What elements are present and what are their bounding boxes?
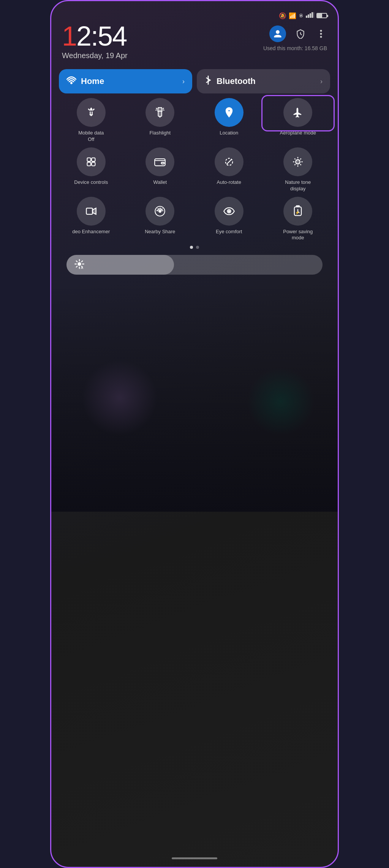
phone-frame: 🔕 📶 ֎ 12:54 [50,0,339,868]
time-rest: 2:54 [76,21,127,51]
shield-icon[interactable] [292,25,309,42]
video-enhance-label: deo Enhancemer [72,229,110,235]
svg-point-41 [77,262,81,266]
device-controls-tile[interactable]: Device controls [59,147,123,192]
eye-comfort-label: Eye comfort [216,229,242,235]
bluetooth-chevron-icon: › [320,77,323,85]
mobile-data-tile[interactable]: Mobile dataOff [59,98,123,143]
wifi-icon: 📶 [289,12,296,19]
nearby-share-label: Nearby Share [145,229,175,235]
wallet-tile[interactable]: Wallet [128,147,193,192]
video-enhance-circle [77,197,106,226]
bottom-glow-left [82,360,158,436]
svg-line-13 [163,108,164,109]
flashlight-label: Flashlight [149,130,171,136]
bluetooth-tile-label: Bluetooth [217,76,316,86]
svg-line-12 [156,108,157,109]
bottom-glow-right [247,367,315,436]
bluetooth-tile[interactable]: Bluetooth › [197,69,330,93]
svg-rect-19 [87,162,90,166]
nearby-share-tile[interactable]: Nearby Share [128,197,193,242]
mute-icon: 🔕 [279,12,286,19]
profile-icons [269,25,327,42]
svg-text:⚡: ⚡ [295,210,300,215]
svg-point-7 [320,36,322,38]
svg-line-30 [300,164,301,165]
home-tile-label: Home [81,76,178,86]
clock-time: 12:54 [62,22,128,50]
flashlight-tile[interactable]: Flashlight [128,98,193,143]
location-label: Location [220,130,238,136]
home-indicator[interactable] [172,857,217,859]
svg-line-31 [300,158,301,159]
nature-tone-label: Nature tonedisplay [285,179,311,192]
svg-line-49 [76,266,77,267]
home-chevron-icon: › [182,77,185,85]
power-saving-circle: ⚡ [283,197,312,226]
mobile-data-circle [77,98,106,127]
auto-rotate-label: Auto-rotate [217,179,241,186]
status-icons: 🔕 📶 ֎ [279,12,327,19]
aeroplane-mode-tile[interactable]: Aeroplane mode [266,98,330,143]
eye-comfort-circle [215,197,244,226]
svg-point-6 [320,33,322,35]
aeroplane-label: Aeroplane mode [280,130,316,136]
svg-rect-33 [86,208,92,214]
svg-line-48 [82,261,83,262]
time-section: 12:54 Wednesday, 19 Apr [51,22,338,66]
nearby-share-circle [145,197,174,226]
more-options-icon[interactable] [315,28,327,40]
svg-text:A: A [81,266,84,269]
home-tile[interactable]: Home › [59,69,192,93]
brightness-slider-container: A [59,255,330,281]
wallet-label: Wallet [153,179,167,186]
eye-comfort-tile[interactable]: Eye comfort [197,197,261,242]
quick-settings: Home › Bluetooth › [51,66,338,284]
nature-tone-circle [283,147,312,176]
location-tile[interactable]: Location [197,98,261,143]
profile-avatar[interactable] [269,25,286,42]
brightness-slider[interactable]: A [66,255,323,275]
dot-2 [196,246,199,249]
signal-bars-icon [306,12,314,19]
video-enhance-tile[interactable]: deo Enhancemer [59,197,123,242]
date-display: Wednesday, 19 Apr [62,51,128,60]
location-circle [215,98,244,127]
status-bar: 🔕 📶 ֎ [51,1,338,22]
profile-section: Used this month: 16.58 GB [263,22,327,51]
svg-line-32 [295,164,296,165]
auto-rotate-tile[interactable]: Auto-rotate [197,147,261,192]
battery-icon [316,13,327,18]
svg-rect-3 [312,12,313,18]
svg-point-24 [296,160,300,164]
svg-rect-10 [158,111,162,117]
svg-rect-18 [92,158,95,161]
device-controls-circle [77,147,106,176]
brightness-icon: A [74,259,85,271]
svg-rect-0 [306,16,307,18]
svg-line-46 [76,261,77,262]
time-hour-tens: 1 [62,21,76,51]
pagination-dots [59,246,330,249]
svg-rect-20 [92,162,95,166]
svg-rect-4 [313,12,314,18]
mobile-data-label: Mobile dataOff [78,130,104,143]
top-tiles-row: Home › Bluetooth › [59,69,330,93]
svg-line-14 [156,110,157,110]
svg-point-35 [159,210,161,212]
device-controls-label: Device controls [74,179,108,186]
tiles-grid: Mobile dataOff Flashlight [59,98,330,241]
time-display: 12:54 Wednesday, 19 Apr [62,22,128,60]
svg-line-29 [295,158,296,159]
auto-rotate-circle [215,147,244,176]
svg-rect-17 [87,158,90,161]
wallet-circle [145,147,174,176]
bluetooth-icon [204,75,212,87]
wifi-home-icon [66,76,76,87]
svg-rect-1 [308,14,309,18]
power-saving-tile[interactable]: ⚡ Power savingmode [266,197,330,242]
nature-tone-tile[interactable]: Nature tonedisplay [266,147,330,192]
svg-point-37 [228,210,229,212]
power-saving-label: Power savingmode [283,229,313,242]
svg-line-15 [163,110,164,110]
